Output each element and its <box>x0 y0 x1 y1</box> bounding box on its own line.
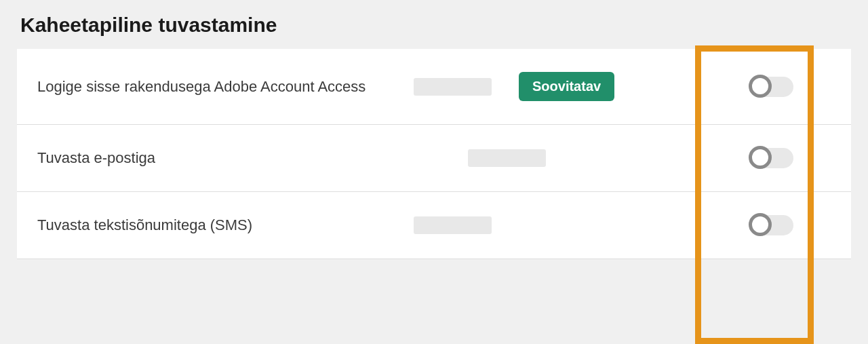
placeholder-pill <box>468 149 546 167</box>
option-row-adobe-access: Logige sisse rakendusega Adobe Account A… <box>17 49 851 125</box>
option-row-email: Tuvasta e-postiga <box>17 125 851 192</box>
option-label: Tuvasta tekstisõnumitega (SMS) <box>37 216 414 234</box>
toggle-knob-icon <box>749 146 772 169</box>
toggle-email[interactable] <box>750 148 793 168</box>
placeholder-pill <box>414 216 492 234</box>
toggle-knob-icon <box>749 213 772 236</box>
option-label: Logige sisse rakendusega Adobe Account A… <box>37 78 414 96</box>
toggle-knob-icon <box>749 75 772 98</box>
option-label: Tuvasta e-postiga <box>37 149 414 167</box>
toggle-sms[interactable] <box>750 215 793 235</box>
toggle-adobe-access[interactable] <box>750 77 793 97</box>
options-container: Logige sisse rakendusega Adobe Account A… <box>17 49 851 259</box>
recommended-badge: Soovitatav <box>519 72 614 101</box>
section-title: Kaheetapiline tuvastamine <box>17 14 851 37</box>
option-row-sms: Tuvasta tekstisõnumitega (SMS) <box>17 192 851 259</box>
placeholder-pill <box>414 78 492 96</box>
